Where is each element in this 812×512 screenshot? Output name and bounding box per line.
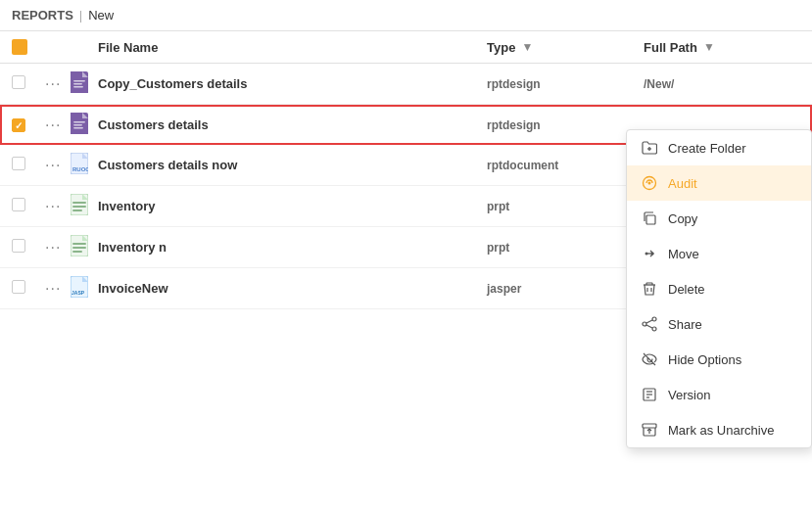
svg-text:RUOC: RUOC [72, 166, 88, 172]
svg-rect-23 [72, 247, 86, 249]
file-icon-4 [71, 194, 98, 218]
svg-point-31 [648, 182, 651, 185]
svg-rect-32 [646, 215, 655, 224]
svg-point-38 [643, 322, 646, 326]
file-name[interactable]: Customers details [98, 117, 209, 132]
file-type: rptdesign [487, 118, 541, 132]
svg-rect-10 [73, 124, 82, 126]
svg-rect-46 [643, 424, 656, 428]
row-checkbox[interactable] [12, 118, 25, 132]
table-header: File Name Type ▼ Full Path ▼ [0, 31, 812, 64]
path-filter-icon[interactable]: ▼ [703, 40, 715, 54]
ctx-label-mark-unarchive: Mark as Unarchive [668, 423, 774, 438]
svg-rect-3 [73, 80, 85, 82]
row-checkbox[interactable] [12, 239, 25, 253]
file-path: /New/ [644, 77, 674, 91]
version-icon [641, 386, 658, 403]
file-name[interactable]: InvoiceNew [98, 281, 168, 296]
svg-rect-19 [72, 209, 82, 211]
breadcrumb-new[interactable]: New [88, 8, 114, 23]
row-menu-dots[interactable]: ··· [43, 239, 71, 256]
svg-rect-11 [73, 127, 83, 129]
audit-icon [641, 174, 658, 192]
header-separator: | [79, 8, 82, 23]
file-name[interactable]: Customers details now [98, 158, 237, 172]
row-menu-dots[interactable]: ··· [43, 75, 71, 93]
ctx-label-delete: Delete [668, 282, 705, 297]
ctx-label-create-folder: Create Folder [668, 141, 745, 156]
row-checkbox[interactable] [12, 198, 25, 211]
header: REPORTS | New [0, 0, 812, 31]
table-row: ··· Copy_Customers details rptdesign /Ne… [0, 64, 812, 105]
ctx-label-version: Version [668, 388, 710, 402]
ctx-label-share: Share [668, 317, 702, 332]
file-type: rptdesign [487, 77, 541, 91]
table-wrapper: File Name Type ▼ Full Path ▼ ··· Copy_Cu… [0, 31, 812, 309]
ctx-item-move[interactable]: Move [627, 236, 811, 271]
file-type: jasper [487, 282, 521, 296]
row-menu-dots[interactable]: ··· [43, 116, 71, 134]
type-filter-icon[interactable]: ▼ [521, 40, 533, 54]
row-menu-dots[interactable]: ··· [43, 280, 71, 298]
file-type: rptdocument [487, 159, 558, 172]
ctx-item-hide-options[interactable]: Hide Options [627, 342, 811, 377]
ctx-item-share[interactable]: Share [627, 306, 811, 342]
file-icon-2 [71, 113, 98, 137]
header-orange-box[interactable] [12, 39, 27, 55]
row-checkbox[interactable] [12, 280, 25, 294]
svg-rect-22 [72, 243, 86, 245]
svg-rect-17 [72, 202, 86, 204]
file-name[interactable]: Inventory n [98, 240, 167, 255]
svg-line-40 [646, 320, 652, 323]
file-icon-3: RUOC [71, 153, 98, 177]
svg-rect-4 [73, 83, 82, 85]
svg-text:JASP: JASP [72, 290, 85, 296]
file-name[interactable]: Copy_Customers details [98, 76, 247, 91]
row-checkbox[interactable] [12, 157, 25, 170]
ctx-item-create-folder[interactable]: Create Folder [627, 130, 811, 165]
col-type-label: Type [487, 40, 515, 55]
svg-rect-9 [73, 121, 85, 123]
ctx-item-audit[interactable]: Audit [627, 165, 811, 201]
row-checkbox[interactable] [12, 75, 25, 89]
svg-rect-18 [72, 206, 86, 208]
svg-point-37 [652, 317, 656, 321]
ctx-label-copy: Copy [668, 211, 697, 226]
ctx-item-delete[interactable]: Delete [627, 271, 811, 306]
ctx-label-audit: Audit [668, 176, 697, 191]
ctx-label-move: Move [668, 247, 699, 261]
share-icon [641, 315, 658, 333]
svg-point-39 [652, 327, 656, 331]
ctx-item-version[interactable]: Version [627, 377, 811, 412]
svg-line-41 [646, 325, 652, 328]
svg-rect-24 [72, 251, 82, 253]
file-icon-5 [71, 235, 98, 259]
svg-rect-5 [73, 86, 83, 88]
folder-plus-icon [641, 139, 658, 157]
col-fullpath-label: Full Path [644, 40, 697, 55]
delete-icon [641, 280, 658, 298]
file-type: prpt [487, 200, 509, 213]
eye-off-icon [641, 350, 658, 368]
col-filename-label: File Name [98, 40, 158, 55]
file-name[interactable]: Inventory [98, 199, 156, 213]
ctx-label-hide-options: Hide Options [668, 352, 741, 367]
context-menu: Create Folder Audit Copy Move Delete Sha… [626, 129, 812, 448]
ctx-item-copy[interactable]: Copy [627, 201, 811, 236]
unarchive-icon [641, 421, 658, 439]
move-icon [641, 245, 658, 262]
file-icon-1 [71, 71, 98, 96]
copy-icon [641, 209, 658, 227]
row-menu-dots[interactable]: ··· [43, 198, 71, 215]
breadcrumb-reports[interactable]: REPORTS [12, 8, 73, 23]
file-type: prpt [487, 241, 509, 255]
row-menu-dots[interactable]: ··· [43, 157, 71, 174]
ctx-item-mark-unarchive[interactable]: Mark as Unarchive [627, 412, 811, 447]
file-icon-6: JASP [71, 276, 98, 301]
